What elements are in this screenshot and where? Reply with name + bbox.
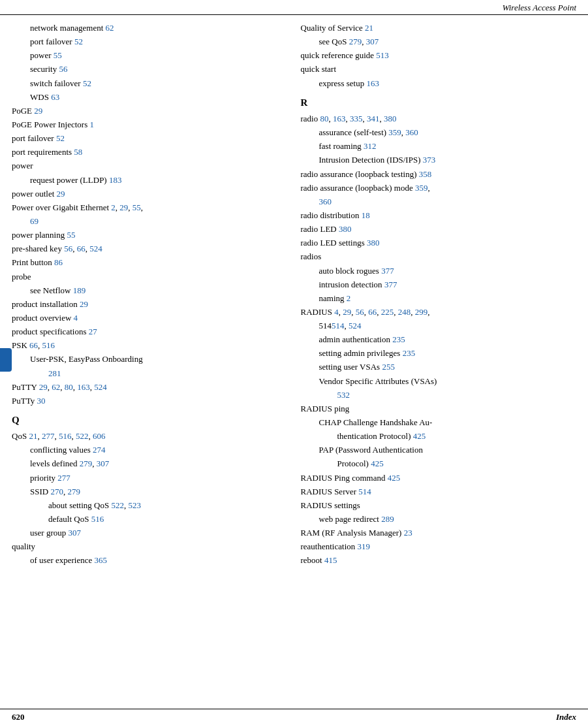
index-link[interactable]: 532 [337, 390, 350, 400]
index-link[interactable]: 52 [83, 78, 91, 88]
index-link[interactable]: 58 [74, 147, 82, 157]
index-link[interactable]: 377 [384, 280, 397, 289]
index-link[interactable]: 21 [29, 431, 37, 441]
index-link[interactable]: 514 [358, 487, 371, 496]
index-link[interactable]: 307 [69, 528, 82, 538]
index-link[interactable]: 279 [80, 459, 93, 468]
index-link[interactable]: 29 [343, 307, 351, 317]
index-link[interactable]: 279 [67, 487, 80, 496]
index-link[interactable]: 52 [56, 133, 65, 143]
index-link[interactable]: 341 [367, 114, 380, 123]
index-link[interactable]: 55 [132, 202, 141, 212]
index-link[interactable]: 358 [419, 169, 432, 179]
index-link[interactable]: 235 [403, 348, 416, 358]
index-link[interactable]: 281 [48, 368, 61, 378]
index-link[interactable]: 163 [366, 78, 379, 88]
index-link[interactable]: 380 [367, 238, 380, 248]
index-link[interactable]: 277 [42, 431, 55, 441]
index-link[interactable]: 255 [382, 362, 395, 372]
index-link[interactable]: 299 [415, 307, 428, 317]
index-link[interactable]: 27 [89, 327, 97, 336]
index-link[interactable]: 274 [93, 445, 106, 455]
index-link[interactable]: 55 [54, 50, 62, 60]
index-link[interactable]: 29 [34, 106, 42, 116]
index-link[interactable]: 360 [319, 197, 332, 206]
index-link[interactable]: 319 [358, 541, 371, 551]
entry-text: setting user VSAs [319, 362, 382, 372]
index-link[interactable]: 66 [368, 307, 377, 317]
index-link[interactable]: 524 [348, 321, 362, 330]
index-link[interactable]: 80 [65, 382, 73, 392]
index-link[interactable]: 307 [366, 37, 379, 46]
index-link[interactable]: 69 [30, 216, 39, 226]
index-link[interactable]: 29 [57, 189, 65, 199]
index-link[interactable]: 516 [59, 431, 72, 441]
index-link[interactable]: 359 [415, 183, 428, 193]
index-link[interactable]: 163 [333, 114, 346, 123]
index-link[interactable]: 4 [74, 313, 78, 323]
index-link[interactable]: 163 [77, 382, 90, 392]
index-link[interactable]: 1 [90, 120, 95, 129]
index-link[interactable]: 63 [51, 92, 59, 102]
index-link[interactable]: 66 [29, 340, 38, 350]
entry-text: Quality of Service [301, 23, 365, 33]
index-link[interactable]: 523 [128, 500, 141, 510]
index-link[interactable]: 235 [392, 334, 405, 344]
page: Wireless Access Point network management… [0, 0, 588, 725]
index-link[interactable]: 183 [109, 175, 122, 185]
index-link[interactable]: 380 [339, 224, 352, 234]
index-link[interactable]: 248 [398, 307, 411, 317]
index-link[interactable]: 56 [356, 307, 364, 317]
index-link[interactable]: 225 [381, 307, 394, 317]
index-link[interactable]: 62 [52, 382, 60, 392]
index-link[interactable]: 516 [42, 340, 55, 350]
index-link[interactable]: 377 [381, 266, 394, 276]
index-link[interactable]: 307 [97, 459, 110, 468]
index-link[interactable]: 380 [384, 114, 397, 123]
index-link[interactable]: 312 [364, 141, 377, 151]
index-link[interactable]: 52 [74, 37, 83, 46]
index-link[interactable]: 522 [76, 431, 89, 441]
entry-text: reboot [301, 555, 324, 565]
index-link[interactable]: 56 [64, 244, 72, 253]
index-link[interactable]: 425 [371, 459, 384, 468]
index-link[interactable]: 425 [413, 431, 426, 441]
index-link[interactable]: 29 [80, 299, 88, 309]
index-link[interactable]: 18 [362, 210, 370, 220]
index-link[interactable]: 62 [106, 23, 114, 33]
index-link[interactable]: 514 [332, 321, 345, 330]
index-link[interactable]: 425 [388, 473, 401, 483]
index-link[interactable]: 21 [365, 23, 373, 33]
index-link[interactable]: 522 [111, 500, 124, 510]
index-link[interactable]: 66 [77, 244, 85, 253]
index-link[interactable]: 279 [349, 37, 362, 46]
entry-text: user group [30, 528, 69, 538]
entry-text: 514 [319, 321, 332, 330]
index-link[interactable]: 55 [67, 230, 75, 240]
index-link[interactable]: 86 [54, 257, 63, 267]
entry-text: power planning [12, 230, 67, 240]
index-link[interactable]: 415 [324, 555, 337, 565]
index-link[interactable]: 335 [350, 114, 363, 123]
index-link[interactable]: 23 [404, 528, 412, 538]
side-tab [0, 348, 12, 372]
index-link[interactable]: 80 [320, 114, 328, 123]
index-link[interactable]: 29 [39, 382, 48, 392]
index-link[interactable]: 29 [119, 202, 128, 212]
index-link[interactable]: 270 [50, 487, 63, 496]
index-link[interactable]: 524 [89, 244, 102, 253]
index-link[interactable]: 365 [95, 555, 108, 565]
index-link[interactable]: 359 [388, 127, 401, 137]
index-link[interactable]: 189 [73, 285, 86, 295]
index-link[interactable]: 516 [91, 514, 104, 524]
index-link[interactable]: 289 [381, 514, 394, 524]
index-link[interactable]: 373 [423, 155, 436, 165]
index-link[interactable]: 2 [347, 293, 351, 303]
index-link[interactable]: 56 [59, 64, 67, 74]
index-link[interactable]: 524 [94, 382, 107, 392]
index-link[interactable]: 277 [57, 473, 70, 483]
index-link[interactable]: 513 [376, 50, 389, 60]
index-link[interactable]: 30 [37, 396, 45, 406]
index-link[interactable]: 360 [405, 127, 418, 137]
index-link[interactable]: 606 [93, 431, 106, 441]
